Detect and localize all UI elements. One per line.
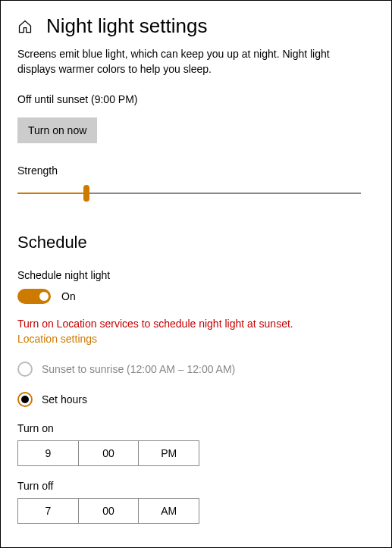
radio-sunset <box>17 362 33 377</box>
turn-off-minute[interactable]: 00 <box>79 499 140 523</box>
schedule-title: Schedule <box>17 233 361 252</box>
schedule-toggle[interactable] <box>17 289 51 304</box>
strength-label: Strength <box>17 164 361 177</box>
turn-off-label: Turn off <box>17 480 361 492</box>
radio-sunset-label: Sunset to sunrise (12:00 AM – 12:00 AM) <box>42 363 235 375</box>
schedule-toggle-label: Schedule night light <box>17 269 361 281</box>
radio-set-hours[interactable] <box>17 392 33 407</box>
turn-on-hour[interactable]: 9 <box>18 441 79 465</box>
turn-on-time-picker[interactable]: 9 00 PM <box>17 440 199 466</box>
turn-on-now-button[interactable]: Turn on now <box>17 117 97 143</box>
description-text: Screens emit blue light, which can keep … <box>17 47 361 77</box>
strength-slider[interactable] <box>17 184 361 202</box>
slider-thumb[interactable] <box>83 185 89 202</box>
home-icon[interactable] <box>17 19 33 34</box>
schedule-toggle-state: On <box>61 290 76 302</box>
location-settings-link[interactable]: Location settings <box>17 333 97 345</box>
location-warning: Turn on Location services to schedule ni… <box>17 318 361 330</box>
turn-on-label: Turn on <box>17 422 361 434</box>
turn-on-period[interactable]: PM <box>139 441 199 465</box>
radio-set-hours-label: Set hours <box>42 393 87 406</box>
turn-off-hour[interactable]: 7 <box>18 499 79 523</box>
turn-on-minute[interactable]: 00 <box>79 441 140 465</box>
status-text: Off until sunset (9:00 PM) <box>17 93 361 105</box>
page-title: Night light settings <box>46 14 207 38</box>
turn-off-time-picker[interactable]: 7 00 AM <box>17 498 199 524</box>
turn-off-period[interactable]: AM <box>139 499 199 523</box>
